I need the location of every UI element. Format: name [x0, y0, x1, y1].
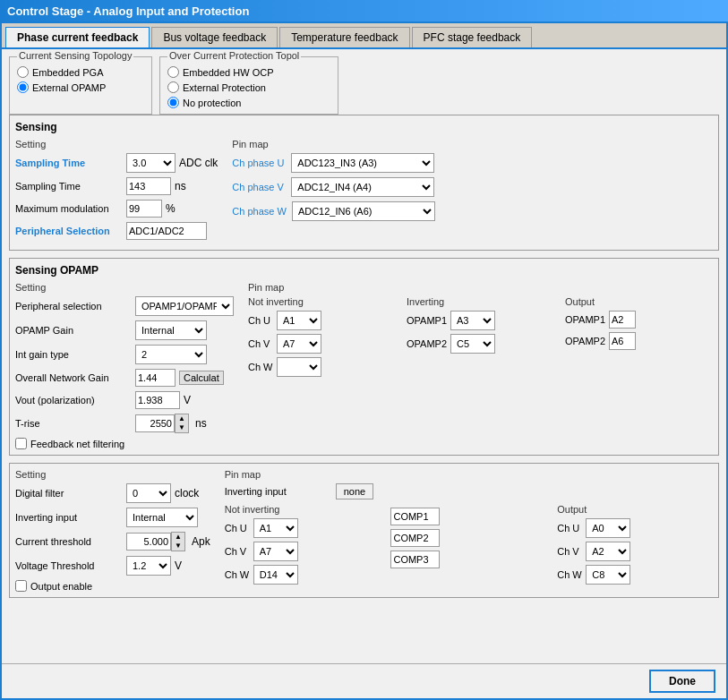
sampling-time-input2[interactable]: [126, 177, 171, 195]
opamp-peripheral-select[interactable]: OPAMP1/OPAMP2: [135, 296, 234, 316]
vout-input[interactable]: [135, 391, 180, 409]
title-bar: Control Stage - Analog Input and Protect…: [0, 0, 728, 21]
ni-chu-label: Ch U: [248, 315, 273, 326]
current-threshold-input[interactable]: [126, 533, 171, 551]
comp-setting: Setting Digital filter 0 clock Inverting…: [15, 469, 210, 592]
ni-chu-select[interactable]: A1: [277, 311, 321, 330]
sampling-time-row1: Sampling Time 3.0 ADC clk: [15, 153, 218, 173]
out-opamp2-input[interactable]: [609, 332, 636, 350]
out-opamp2-label: OPAMP2: [565, 336, 605, 346]
current-sensing-label: Current Sensing Topology: [17, 50, 133, 61]
trise-input[interactable]: [135, 414, 175, 432]
current-threshold-row: Current threshold ▲ ▼ Apk: [15, 532, 210, 551]
sensing-section: Sensing Setting Sampling Time 3.0 ADC cl…: [9, 115, 719, 251]
max-mod-unit: %: [166, 202, 176, 215]
comparator-section: Setting Digital filter 0 clock Inverting…: [9, 463, 719, 598]
ni-chu-row: Ch U A1: [248, 311, 396, 330]
opamp-inner: Setting Peripheral selection OPAMP1/OPAM…: [15, 282, 713, 449]
inv-opamp2-label: OPAMP2: [407, 338, 447, 349]
over-current-options: Embedded HW OCP External Protection No p…: [167, 66, 330, 108]
comp-ni-chw-select[interactable]: D14: [253, 565, 298, 585]
peripheral-input[interactable]: [126, 222, 207, 240]
ch-phase-u-select[interactable]: ADC123_IN3 (A3): [291, 153, 434, 173]
comp-out-chw-select[interactable]: C8: [586, 565, 630, 585]
tab-temp[interactable]: Temperature feedback: [279, 27, 409, 47]
comp-ni-chv: Ch V A7: [225, 542, 381, 561]
opamp-section: Sensing OPAMP Setting Peripheral selecti…: [9, 258, 719, 456]
comp1-input[interactable]: [390, 508, 440, 525]
radio-embedded-hw[interactable]: Embedded HW OCP: [167, 66, 330, 78]
comp-ni-chv-label: Ch V: [225, 546, 250, 557]
overall-gain-input[interactable]: [135, 369, 176, 387]
tab-phase[interactable]: Phase current feedback: [5, 27, 150, 47]
trise-row: T-rise ▲ ▼ ns: [15, 414, 234, 433]
comp-output-col: Output Ch U A0 Ch V A2 Ch W C: [557, 504, 713, 588]
trise-up[interactable]: ▲: [176, 414, 188, 423]
comp-ni-title: Not inverting: [225, 504, 381, 515]
inverting-input-label: Inverting input: [15, 512, 123, 523]
comp-out-chv-label: Ch V: [557, 546, 582, 557]
tab-pfc[interactable]: PFC stage feedback: [412, 27, 533, 47]
ni-chv-row: Ch V A7: [248, 334, 396, 354]
current-threshold-up[interactable]: ▲: [172, 533, 184, 542]
comp-ni-chu-select[interactable]: A1: [253, 518, 298, 538]
inv-opamp1-select[interactable]: A3: [450, 311, 495, 330]
pin-map-title: Pin map: [232, 139, 713, 149]
opamp-peripheral-row: Peripheral selection OPAMP1/OPAMP2: [15, 296, 234, 316]
sampling-time-label2: Sampling Time: [15, 181, 123, 192]
radio-external-protection[interactable]: External Protection: [167, 81, 330, 93]
comp2-row: [390, 529, 546, 547]
comp-col: [390, 504, 546, 588]
ch-phase-v-select[interactable]: ADC12_IN4 (A4): [291, 177, 434, 197]
inv-opamp2-select[interactable]: C5: [450, 334, 495, 354]
opamp-gain-select[interactable]: Internal: [135, 320, 207, 340]
inverting-input-select[interactable]: Internal: [126, 508, 198, 527]
out-opamp1-input[interactable]: [609, 311, 636, 329]
inv-opamp2-row: OPAMP2 C5: [407, 334, 554, 354]
max-mod-input[interactable]: [126, 200, 162, 218]
sampling-unit1: ADC clk: [179, 157, 218, 169]
radio-embedded-pga[interactable]: Embedded PGA: [17, 66, 144, 78]
voltage-threshold-label: Voltage Threshold: [15, 560, 123, 571]
comp-ni-chv-select[interactable]: A7: [253, 542, 298, 561]
feedback-checkbox[interactable]: [15, 438, 27, 449]
voltage-threshold-select[interactable]: 1.2: [126, 556, 171, 576]
opamp-pins-area: Pin map Not inverting Ch U A1 Ch V A7: [248, 282, 713, 449]
output-col: Output OPAMP1 OPAMP2: [565, 296, 713, 449]
output-enable-row[interactable]: Output enable: [15, 580, 210, 592]
ch-phase-w-select[interactable]: ADC12_IN6 (A6): [292, 201, 435, 221]
comp-out-chv-select[interactable]: A2: [586, 542, 630, 561]
radio-external-opamp[interactable]: External OPAMP: [17, 81, 144, 93]
sampling-time-select1[interactable]: 3.0: [126, 153, 176, 173]
current-threshold-spinner[interactable]: ▲ ▼: [126, 532, 185, 551]
opamp-gain-row: OPAMP Gain Internal: [15, 320, 234, 340]
ni-chv-select[interactable]: A7: [277, 334, 321, 354]
radio-no-protection[interactable]: No protection: [167, 97, 330, 108]
ch-phase-v-label: Ch phase V: [232, 182, 286, 192]
inverting-input-row: Inverting input Internal: [15, 508, 210, 527]
output-enable-checkbox[interactable]: [15, 580, 27, 592]
current-threshold-down[interactable]: ▼: [172, 542, 184, 551]
tab-bus[interactable]: Bus voltage feedback: [151, 27, 278, 47]
comp2-input[interactable]: [390, 529, 440, 547]
ch-phase-w-label: Ch phase W: [232, 206, 287, 217]
digital-filter-unit: clock: [175, 487, 199, 499]
digital-filter-select[interactable]: 0: [126, 483, 171, 503]
feedback-label: Feedback net filtering: [30, 439, 124, 449]
digital-filter-row: Digital filter 0 clock: [15, 483, 210, 503]
none-button[interactable]: none: [336, 483, 373, 499]
int-gain-select[interactable]: 2: [135, 345, 207, 364]
sensing-title: Sensing: [15, 121, 713, 133]
ni-chw-select[interactable]: [277, 357, 321, 377]
comp3-input[interactable]: [390, 551, 440, 568]
trise-down[interactable]: ▼: [176, 423, 188, 432]
sampling-time-row2: Sampling Time ns: [15, 177, 218, 195]
feedback-checkbox-row[interactable]: Feedback net filtering: [15, 438, 234, 449]
sampling-time-label1: Sampling Time: [15, 158, 123, 168]
trise-spinner[interactable]: ▲ ▼: [135, 414, 189, 433]
done-button[interactable]: Done: [649, 670, 715, 693]
calculate-button[interactable]: Calculat: [179, 371, 224, 385]
comp1-row: [390, 508, 546, 525]
comp-out-chu-select[interactable]: A0: [586, 518, 630, 538]
vout-unit: V: [184, 394, 191, 406]
